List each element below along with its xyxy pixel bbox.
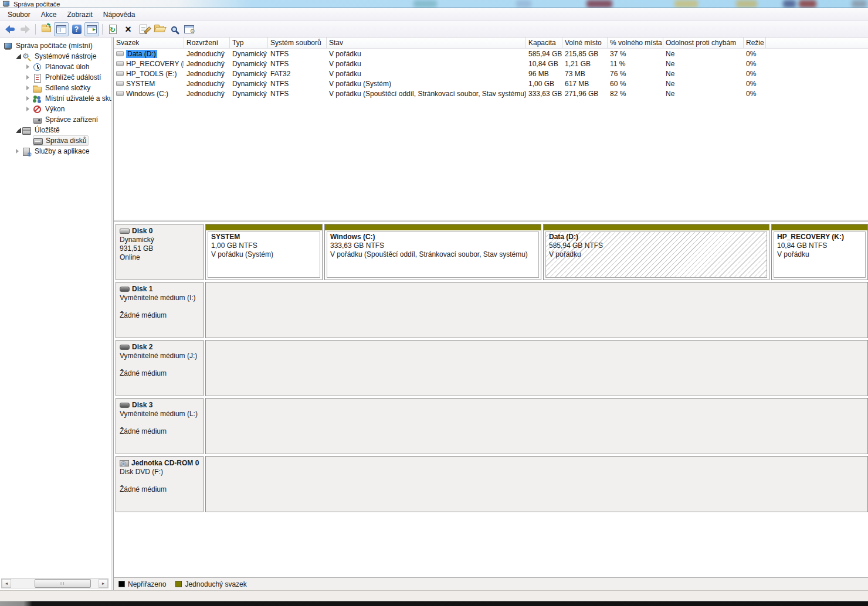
column-header-re-ie[interactable]: Režie [744,38,766,48]
users-icon [33,94,42,103]
disk-body: SYSTEM1,00 GB NTFSV pořádku (Systém)Wind… [205,224,868,280]
expander-closed-icon[interactable] [25,64,33,69]
scroll-left-button[interactable]: ◂ [2,579,11,588]
expander-open-icon[interactable] [14,128,22,133]
help-button[interactable]: ? [69,22,84,36]
computer-management-window: Správa počítače SouborAkceZobrazitNápově… [0,0,868,606]
forward-button[interactable] [18,22,32,36]
legend-item-nep-i-azeno: Nepřiřazeno [118,580,166,588]
sidebar-item-slu-by-a-aplikace[interactable]: Služby a aplikace [0,146,111,156]
volume-row-hp-tools-e[interactable]: HP_TOOLS (E:)JednoduchýDynamickýFAT32V p… [114,69,868,79]
toolbar-separator [102,24,103,35]
column-header-kapacita[interactable]: Kapacita [526,38,562,48]
expander-closed-icon[interactable] [25,96,33,101]
wallpaper-blob [799,0,816,8]
sidebar-item-spr-vce-za-zen[interactable]: Správce zařízení [0,114,111,125]
back-button[interactable] [2,22,17,36]
sidebar-item-spr-va-po-ta-e-m-stn[interactable]: Správa počítače (místní) [0,40,111,51]
expander-closed-icon[interactable] [25,75,33,80]
column-header-syst-m-soubor[interactable]: Systém souborů [268,38,327,48]
properties-button[interactable] [136,22,151,36]
sidebar-item-lo-i-t[interactable]: Úložiště [0,125,111,135]
no-media-area[interactable] [205,340,868,396]
up-level-button[interactable] [39,22,53,36]
console-options-button[interactable] [182,22,196,36]
sidebar-item-sd-len-slo-ky[interactable]: Sdílené složky [0,83,111,93]
sidebar-item-label: Správa počítače (místní) [14,41,94,50]
partition-data-d[interactable]: Data (D:)585,94 GB NTFSV pořádku [543,224,769,280]
menu-item-n-pov-da[interactable]: Nápověda [98,9,141,20]
menu-item-zobrazit[interactable]: Zobrazit [62,9,97,20]
volume-name-label: Windows (C:) [126,90,168,98]
menu-item-soubor[interactable]: Soubor [2,9,36,20]
volume-row-data-d[interactable]: Data (D:)JednoduchýDynamickýNTFSV pořádk… [114,49,868,59]
column-header-voln-ho-m-sta[interactable]: % volného místa [608,38,663,48]
legend-swatch [118,581,125,587]
partition-system[interactable]: SYSTEM1,00 GB NTFSV pořádku (Systém) [205,224,323,280]
wallpaper-blob [674,0,698,8]
volume-cell: Ne [663,80,744,88]
partition-hp-recovery-k[interactable]: HP_RECOVERY (K:)10,84 GB NTFSV pořádku [771,224,868,280]
sidebar-item-syst-mov-n-stroje[interactable]: Systémové nástroje [0,51,111,62]
disk-header-disk-3[interactable]: Disk 3Vyměnitelné médium (L:) Žádné médi… [116,398,204,454]
volume-cell: Dynamický [230,70,268,78]
column-header-voln-m-sto[interactable]: Volné místo [562,38,608,48]
sidebar-item-prohl-e-ud-lost[interactable]: Prohlížeč událostí [0,72,111,83]
expander-closed-icon[interactable] [14,149,22,154]
disk-header-jednotka-cd-rom-0[interactable]: Jednotka CD-ROM 0Disk DVD (F:) Žádné méd… [116,456,204,512]
scrollbar-thumb[interactable] [35,579,91,588]
title-bar[interactable]: Správa počítače [0,0,868,8]
sidebar-item-spr-va-disk[interactable]: Správa disků [0,135,111,146]
volume-row-system[interactable]: SYSTEMJednoduchýDynamickýNTFSV pořádku (… [114,79,868,88]
legend-bar: NepřiřazenoJednoduchý svazek [114,577,868,590]
scroll-right-button[interactable]: ▸ [99,579,108,588]
volume-row-hp-recovery-k[interactable]: HP_RECOVERY (K:)JednoduchýDynamickýNTFSV… [114,59,868,69]
partition-name: Data (D:) [549,233,764,241]
expander-closed-icon[interactable] [25,107,33,111]
scrollbar-track[interactable] [11,579,99,588]
expander-closed-icon[interactable] [25,86,33,90]
partition-status: V pořádku (Systém) [211,250,317,259]
column-header-filler [766,38,868,48]
disk-header-disk-1[interactable]: Disk 1Vyměnitelné médium (I:) Žádné médi… [116,282,204,338]
volume-row-windows-c[interactable]: Windows (C:)JednoduchýDynamickýNTFSV poř… [114,88,868,98]
console-tree-window-icon [56,25,66,33]
sidebar-item-pl-nova-loh[interactable]: Plánovač úloh [0,62,111,72]
volume-cell: 617 MB [562,80,608,88]
disk-header-disk-2[interactable]: Disk 2Vyměnitelné médium (J:) Žádné médi… [116,340,204,396]
volume-cell: Jednoduchý [184,60,230,68]
partition-size: 333,63 GB NTFS [330,241,535,250]
show-console-tree-button[interactable] [54,22,69,36]
column-header-rozvr-en[interactable]: Rozvržení [184,38,230,48]
volume-cell: 0% [744,50,766,58]
magnifier-icon [171,26,177,32]
disk-header-disk-0[interactable]: Disk 0Dynamický931,51 GBOnline [116,224,204,280]
partition-windows-c[interactable]: Windows (C:)333,63 GB NTFSV pořádku (Spo… [324,224,541,280]
tree-horizontal-scrollbar[interactable]: ◂ ▸ [1,578,108,588]
column-header-typ[interactable]: Typ [230,38,268,48]
delete-button[interactable]: × [121,22,135,36]
views-button[interactable] [167,22,181,36]
action-pane-window-icon [87,25,97,33]
column-header-stav[interactable]: Stav [327,38,526,48]
show-action-pane-button[interactable] [84,22,99,36]
sidebar-item-m-stn-u-ivatel-a-skupiny[interactable]: Místní uživatelé a skupiny [0,93,111,104]
column-header-odolnost-proti-chyb-m[interactable]: Odolnost proti chybám [663,38,744,48]
column-header-svazek[interactable]: Svazek [114,38,184,48]
volume-cell: Ne [663,90,744,98]
open-button[interactable] [151,22,166,36]
volume-cell: Ne [663,60,744,68]
no-media-area[interactable] [205,456,868,512]
volume-cell: 60 % [608,80,663,88]
no-media-area[interactable] [205,398,868,454]
disk-info-line: Disk DVD (F:) [120,468,199,476]
refresh-button[interactable] [106,22,120,36]
sidebar-item-v-kon[interactable]: Výkon [0,104,111,114]
volume-cell: Jednoduchý [184,80,230,88]
disk-info: Vyměnitelné médium (J:) Žádné médium [120,352,199,378]
volume-cell: Jednoduchý [184,70,230,78]
disk-body [205,282,868,338]
expander-open-icon[interactable] [14,54,22,59]
menu-item-akce[interactable]: Akce [36,9,62,20]
no-media-area[interactable] [205,282,868,338]
